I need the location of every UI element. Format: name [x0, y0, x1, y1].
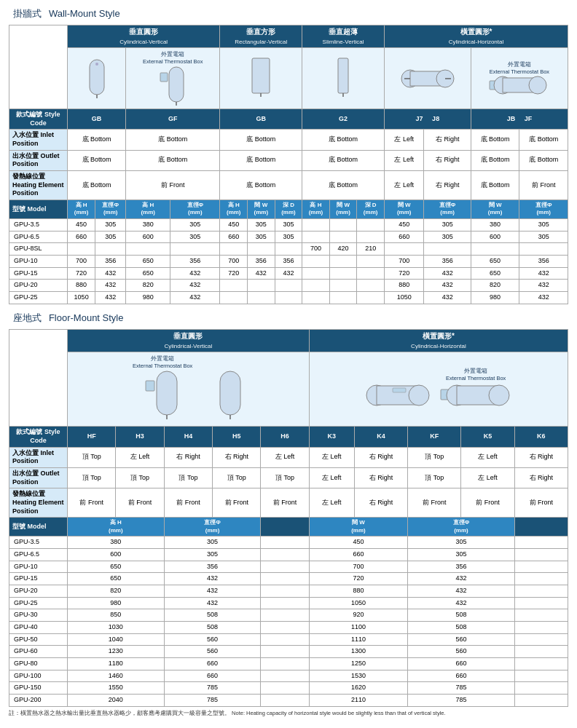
heating-gf: 前 Front — [126, 171, 220, 200]
svg-rect-8 — [338, 58, 348, 93]
img-jbjf-ext-box: 外置電箱External Thermostat Box — [471, 48, 568, 109]
floor-img-vertical: 外置電箱External Thermostat Box — [68, 352, 310, 427]
floor-model-header: 型號 Model — [9, 518, 68, 537]
inlet-gf: 底 Bottom — [126, 130, 220, 150]
sc-k4: K4 — [354, 427, 407, 447]
sc-gb: GB — [68, 108, 126, 129]
img-j7j8 — [384, 48, 471, 109]
img-g2-slim — [302, 48, 385, 109]
dim-jbf-w: 闊 W(mm) — [471, 200, 519, 219]
svg-rect-22 — [220, 371, 240, 415]
svg-point-31 — [489, 385, 509, 405]
model-gpu15: GPU-15 — [9, 267, 68, 280]
img-gb-rect — [220, 48, 302, 109]
outlet-jf: 底 Bottom — [519, 150, 568, 170]
dim-g2-h: 高 H(mm) — [302, 200, 330, 219]
wall-mount-table: 垂直圓形Cylindrical-Vertical 垂直方形Rectangular… — [9, 25, 568, 304]
floor-mount-section: 座地式 Floor-Mount Style 垂直圓形Cylindrical-Ve… — [9, 312, 568, 707]
floor-model-gpu40: GPU-40 — [9, 622, 68, 634]
wall-mount-title-zh: 掛牆式 — [13, 8, 42, 19]
dim-j-dia: 直徑Φ(mm) — [424, 200, 471, 219]
floor-mount-title-en: Floor-Mount Style — [49, 312, 124, 323]
model-gpu25: GPU-25 — [9, 291, 68, 304]
svg-point-26 — [409, 385, 429, 405]
sc-k3: K3 — [309, 427, 354, 447]
style-code-header: 款式編號 Style Code — [9, 108, 68, 129]
svg-rect-3 — [160, 73, 168, 82]
floor-mount-table: 垂直圓形Cylindrical-Vertical 橫置圓形*Cylindrica… — [9, 329, 568, 707]
note-section: 註：橫置熱水器之熱水輸出量比垂直熱水器略少，顧客應考慮購買大一級容量之型號。 N… — [9, 710, 568, 717]
sc-kf: KF — [408, 427, 461, 447]
floor-mount-title-zh: 座地式 — [13, 312, 42, 323]
floor-mount-title: 座地式 Floor-Mount Style — [9, 312, 568, 325]
floor-model-gpu10: GPU-10 — [9, 561, 68, 573]
floor-model-gpu35: GPU-3.5 — [9, 537, 68, 549]
img-gb-normal — [68, 48, 126, 109]
dim-gb-dia: 直徑Φ(mm) — [95, 200, 126, 219]
model-header: 型號 Model — [9, 200, 68, 219]
floor-cat-cylindrical-h: 橫置圓形*Cylindrical-Horizontal — [309, 329, 568, 352]
floor-model-gpu200: GPU-200 — [9, 695, 68, 707]
cat-rectangular-vertical: 垂直方形Rectangular-Vertical — [220, 25, 302, 48]
sc-jbjf: JB JF — [471, 108, 568, 129]
svg-point-18 — [529, 76, 546, 94]
dim-jbf-dia: 直徑Φ(mm) — [519, 200, 568, 219]
inlet-jb: 底 Bottom — [471, 130, 519, 150]
inlet-gb-rect: 底 Bottom — [220, 130, 302, 150]
svg-rect-6 — [252, 58, 270, 93]
inlet-g2: 底 Bottom — [302, 130, 385, 150]
floor-style-code-header: 款式編號 Style Code — [9, 427, 68, 447]
heating-g2: 底 Bottom — [302, 171, 385, 200]
sc-k5: K5 — [461, 427, 514, 447]
dim-gbrect-h: 高 H(mm) — [220, 200, 248, 219]
floor-dim-w-k: 闊 W(mm) — [309, 518, 407, 537]
dim-j-w: 闊 W(mm) — [384, 200, 424, 219]
outlet-jb: 底 Bottom — [471, 150, 519, 170]
floor-model-gpu50: GPU-50 — [9, 633, 68, 646]
floor-outlet-label: 出水位置 Outlet Position — [9, 468, 68, 488]
outlet-gb-rect: 底 Bottom — [220, 150, 302, 170]
note-zh: 註：橫置熱水器之熱水輸出量比垂直熱水器略少，顧客應考慮購買大一級容量之型號。 — [9, 710, 230, 716]
sc-h4: H4 — [164, 427, 212, 447]
sc-h5: H5 — [213, 427, 261, 447]
floor-model-gpu60: GPU-60 — [9, 646, 68, 658]
ext-box-label-2: 外置電箱External Thermostat Box — [474, 61, 565, 76]
dim-gbrect-w: 闊 W(mm) — [248, 200, 275, 219]
floor-model-gpu150: GPU-150 — [9, 682, 68, 695]
inlet-jf: 底 Bottom — [519, 130, 568, 150]
model-gpu65: GPU-6.5 — [9, 231, 68, 243]
inlet-label: 入水位置 Inlet Position — [9, 130, 68, 150]
floor-model-gpu30: GPU-30 — [9, 609, 68, 622]
svg-rect-4 — [169, 67, 184, 102]
sc-gb-rect: GB — [220, 108, 302, 129]
floor-model-gpu20: GPU-20 — [9, 585, 68, 597]
sc-hf: HF — [68, 427, 116, 447]
dim-gbrect-d: 深 D(mm) — [275, 200, 302, 219]
heating-j7: 左 Left — [384, 171, 424, 200]
floor-inlet-label: 入水位置 Inlet Position — [9, 447, 68, 467]
dim-gf-h: 高 H(mm) — [126, 200, 170, 219]
inlet-gb: 底 Bottom — [68, 130, 126, 150]
dim-gf-dia: 直徑Φ(mm) — [170, 200, 220, 219]
img-gf-ext-box: 外置電箱External Thermostat Box — [126, 48, 220, 109]
model-gpu20: GPU-20 — [9, 280, 68, 292]
floor-dim-h: 高 H(mm) — [68, 518, 165, 537]
sc-g2: G2 — [302, 108, 385, 129]
sc-k6: K6 — [514, 427, 568, 447]
floor-ext-box-label-h: 外置電箱External Thermostat Box — [439, 368, 512, 382]
floor-model-gpu65: GPU-6.5 — [9, 548, 68, 561]
dim-g2-d: 深 D(mm) — [357, 200, 385, 219]
outlet-j7: 左 Left — [384, 150, 424, 170]
floor-ext-box-label-v: 外置電箱External Thermostat Box — [133, 355, 192, 370]
heating-gb: 底 Bottom — [68, 171, 126, 200]
floor-dim-dia-h: 直徑Φ(mm) — [408, 518, 515, 537]
heating-gb-rect: 底 Bottom — [220, 171, 302, 200]
floor-dim-dia-v: 直徑Φ(mm) — [164, 518, 261, 537]
model-gpu8sl: GPU-8SL — [9, 243, 68, 256]
heating-j8: 右 Right — [424, 171, 471, 200]
wall-mount-title: 掛牆式 Wall-Mount Style — [9, 7, 568, 20]
floor-model-gpu25: GPU-25 — [9, 597, 68, 609]
sc-gf: GF — [126, 108, 220, 129]
floor-img-horizontal: 外置電箱External Thermostat Box — [309, 352, 568, 427]
floor-model-gpu100: GPU-100 — [9, 670, 68, 682]
